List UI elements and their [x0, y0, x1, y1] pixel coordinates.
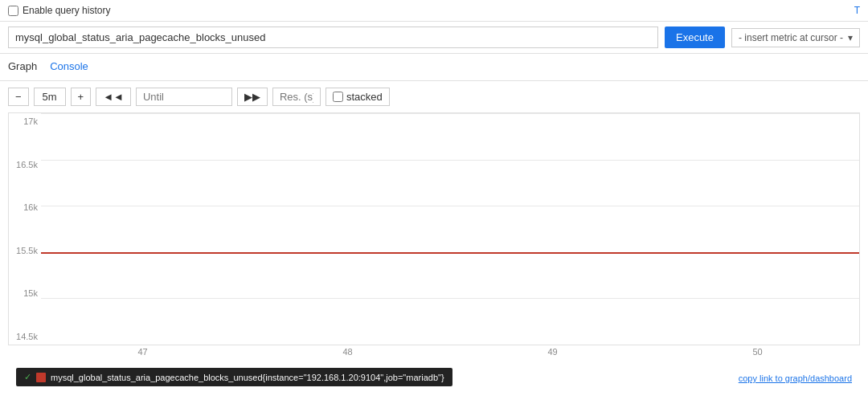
stacked-checkbox[interactable] — [333, 92, 343, 102]
tab-console[interactable]: Console — [50, 54, 88, 80]
until-input[interactable] — [136, 88, 232, 106]
copy-link[interactable]: copy link to graph/dashboard — [739, 373, 852, 383]
dropdown-arrow-icon: ▾ — [848, 32, 853, 43]
x-label-50: 50 — [752, 347, 762, 357]
range-value: 5m — [34, 88, 66, 106]
x-label-48: 48 — [342, 347, 352, 357]
y-axis: 17k 16.5k 16k 15.5k 15k 14.5k — [9, 113, 41, 345]
stacked-button[interactable]: stacked — [326, 88, 390, 106]
y-label-15k: 15k — [23, 288, 38, 298]
grid-line-3 — [41, 206, 859, 206]
query-row: Execute - insert metric at cursor - ▾ — [0, 22, 868, 54]
zoom-in-button[interactable]: + — [71, 88, 92, 106]
data-line — [41, 252, 859, 254]
legend-tooltip: ✓ mysql_global_status_aria_pagecache_blo… — [16, 368, 452, 386]
y-label-155k: 15.5k — [16, 246, 38, 255]
grid-line-5 — [41, 298, 859, 299]
grid-line-6 — [41, 345, 859, 345]
zoom-out-button[interactable]: − — [8, 88, 29, 106]
y-label-145k: 14.5k — [16, 332, 38, 341]
chart-area: 17k 16.5k 16k 15.5k 15k 14.5k — [8, 112, 860, 345]
back-button[interactable]: ◄◄ — [96, 88, 131, 106]
tab-graph[interactable]: Graph — [8, 54, 37, 80]
top-link[interactable]: T — [854, 5, 860, 16]
grid-line-1 — [41, 113, 859, 114]
y-label-16k: 16k — [23, 202, 38, 212]
x-label-49: 49 — [547, 347, 557, 357]
grid-line-2 — [41, 160, 859, 161]
graph-controls: − 5m + ◄◄ ▶▶ stacked — [0, 81, 868, 112]
metric-dropdown-label: - insert metric at cursor - — [739, 32, 843, 43]
enable-history-label[interactable]: Enable query history — [8, 5, 110, 16]
top-bar: Enable query history T — [0, 0, 868, 22]
stacked-label: stacked — [346, 91, 383, 103]
grid-lines — [41, 113, 859, 345]
tabs: Graph Console — [0, 54, 868, 81]
legend-color-swatch — [36, 373, 46, 382]
legend-series-label: mysql_global_status_aria_pagecache_block… — [51, 373, 444, 382]
execute-button[interactable]: Execute — [665, 27, 725, 48]
y-label-165k: 16.5k — [16, 160, 38, 169]
query-input[interactable] — [8, 27, 658, 48]
forward-button[interactable]: ▶▶ — [237, 88, 268, 106]
chart-inner — [41, 113, 859, 345]
metric-dropdown[interactable]: - insert metric at cursor - ▾ — [731, 28, 860, 47]
checkmark-icon: ✓ — [24, 372, 31, 382]
x-label-47: 47 — [137, 347, 147, 357]
resolution-input[interactable] — [272, 88, 321, 106]
enable-history-checkbox[interactable] — [8, 6, 18, 16]
y-label-17k: 17k — [23, 116, 38, 126]
x-axis: 47 48 49 50 — [8, 345, 860, 357]
